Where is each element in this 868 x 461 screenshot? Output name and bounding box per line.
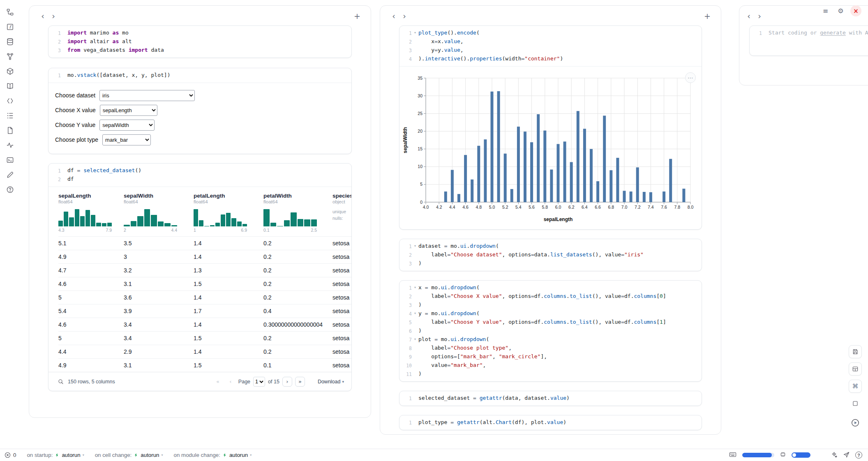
notebook-column-3: ‹ › 1Start coding or generate with AI: [739, 5, 868, 85]
dropdown-select[interactable]: mark_bar: [102, 134, 151, 145]
page-select[interactable]: 1: [253, 377, 265, 387]
code-editor[interactable]: 1df = selected_dataset()2df: [48, 164, 351, 187]
database-icon: [6, 38, 14, 46]
sidebar-item-help[interactable]: [4, 184, 16, 195]
code-editor-placeholder[interactable]: 1Start coding or generate with AI: [750, 26, 868, 55]
errors-indicator[interactable]: 0: [4, 452, 16, 459]
bar-chart[interactable]: 4.04.24.44.64.85.05.25.45.65.86.06.26.46…: [402, 71, 699, 224]
dropdown-select[interactable]: iris: [99, 90, 195, 101]
svg-text:5: 5: [420, 182, 422, 187]
table-row[interactable]: 4.42.91.40.2setosa: [58, 345, 351, 358]
chevron-down-icon: ▾: [342, 380, 344, 384]
table-row[interactable]: 4.73.21.30.2setosa: [58, 263, 351, 277]
add-cell-button[interactable]: +: [702, 11, 713, 21]
column-scroll-right-button[interactable]: ›: [399, 11, 410, 21]
chart-menu-button[interactable]: ⋯: [685, 72, 696, 83]
column-header-sepalWidth[interactable]: sepalWidthfloat6424.4: [124, 193, 194, 236]
cpu-usage-toggle[interactable]: [792, 452, 810, 458]
column-header-species[interactable]: speciesobjectuniquenulls:: [332, 193, 351, 236]
table-row[interactable]: 4.63.11.50.2setosa: [58, 277, 351, 290]
table-row[interactable]: 5.13.51.40.2setosa: [58, 236, 351, 250]
first-page-button[interactable]: «: [213, 377, 223, 387]
ai-assistant-button[interactable]: [831, 451, 838, 459]
column-header: ‹ › +: [37, 10, 362, 22]
play-icon: [851, 418, 860, 427]
dropdown-select[interactable]: sepalWidth: [99, 120, 155, 131]
runtime-setting-on-cell-change[interactable]: on cell change: autorun ▾: [95, 452, 163, 458]
menu-button[interactable]: ≡: [820, 5, 831, 16]
settings-button[interactable]: ⚙: [835, 5, 846, 16]
keyboard-shortcuts-button[interactable]: ⌘: [849, 380, 862, 393]
runtime-setting-on-startup[interactable]: on startup: autorun ▾: [27, 452, 84, 458]
table-row[interactable]: 4.93.11.50.1setosa: [58, 358, 351, 372]
download-button[interactable]: Download ▾: [318, 379, 344, 385]
svg-text:5.6: 5.6: [529, 205, 535, 210]
column-scroll-left-button[interactable]: ‹: [743, 11, 754, 21]
search-icon[interactable]: [58, 378, 64, 385]
code-editor[interactable]: 1▾x = mo.ui.dropdown(2 label="Choose X v…: [399, 281, 702, 381]
variables-icon: f: [6, 23, 14, 31]
minimap-button[interactable]: [849, 397, 862, 410]
code-editor[interactable]: 1plot_type = getattr(alt.Chart(df), plot…: [399, 415, 702, 430]
sidebar-item-packages[interactable]: [4, 66, 16, 77]
svg-text:6.4: 6.4: [582, 205, 588, 210]
ram-button[interactable]: [780, 451, 786, 459]
save-icon: [852, 348, 859, 355]
table-row[interactable]: 5.43.91.70.4setosa: [58, 304, 351, 318]
sidebar-item-variables[interactable]: f: [4, 21, 16, 32]
dropdown-select[interactable]: sepalLength: [100, 105, 157, 116]
table-row[interactable]: 53.61.40.2setosa: [58, 290, 351, 304]
feedback-button[interactable]: [843, 451, 850, 459]
sidebar-item-scratchpad[interactable]: [4, 169, 16, 180]
status-bar-right: ?: [729, 451, 862, 459]
column-scroll-right-button[interactable]: ›: [48, 11, 59, 21]
runtime-setting-on-module-change[interactable]: on module change: autorun ▾: [174, 452, 252, 458]
column-scroll-left-button[interactable]: ‹: [388, 11, 399, 21]
save-button[interactable]: [849, 345, 862, 358]
sidebar-item-logs[interactable]: [4, 110, 16, 121]
sidebar-item-dependencies[interactable]: [4, 51, 16, 62]
code-editor[interactable]: 1import marimo as mo2import altair as al…: [48, 26, 351, 58]
lightning-icon: [222, 452, 227, 458]
book-icon: [6, 82, 14, 90]
table-row[interactable]: 4.63.41.40.30000000000000004setosa: [58, 318, 351, 331]
sidebar-item-tracing[interactable]: [4, 140, 16, 151]
command-icon: ⌘: [852, 383, 859, 390]
table-row[interactable]: 4.931.40.2setosa: [58, 250, 351, 263]
add-cell-button[interactable]: +: [352, 11, 362, 21]
sidebar-item-outputs[interactable]: [4, 154, 16, 166]
cell-plot-type: 1plot_type = getattr(alt.Chart(df), plot…: [399, 415, 702, 430]
code-editor[interactable]: 1▾dataset = mo.ui.dropdown(2 label="Choo…: [399, 239, 702, 271]
code-editor[interactable]: 1mo.vstack([dataset, x, y, plot]): [48, 68, 351, 83]
column-header-sepalLength[interactable]: sepalLengthfloat644.37.9: [58, 193, 124, 236]
column-header-petalWidth[interactable]: petalWidthfloat640.12.5: [263, 193, 332, 236]
svg-text:35: 35: [418, 76, 422, 81]
package-icon: [6, 67, 14, 75]
sidebar-item-snippets[interactable]: [4, 95, 16, 106]
sidebar-item-file-explorer[interactable]: [4, 7, 16, 18]
code-editor[interactable]: 1selected_dataset = getattr(data, datase…: [399, 391, 702, 406]
sidebar-item-documentation[interactable]: [4, 81, 16, 92]
column-scroll-right-button[interactable]: ›: [754, 11, 765, 21]
sidebar-item-docs-file[interactable]: [4, 125, 16, 136]
prev-page-button[interactable]: ‹: [226, 377, 235, 387]
help-button[interactable]: ?: [855, 452, 862, 459]
last-page-button[interactable]: »: [295, 377, 305, 387]
layout-button[interactable]: [849, 362, 862, 376]
keyboard-shortcuts-button[interactable]: [729, 451, 737, 459]
sidebar-item-datasources[interactable]: [4, 36, 16, 47]
column-scroll-left-button[interactable]: ‹: [37, 11, 48, 21]
code-editor[interactable]: 1▾plot_type().encode(2 x=x.value,3 y=y.v…: [399, 26, 702, 67]
svg-text:4.0: 4.0: [423, 205, 429, 210]
run-all-button[interactable]: [848, 416, 862, 430]
circle-x-icon: [4, 452, 11, 459]
column-header-petalLength[interactable]: petalLengthfloat6416.9: [194, 193, 263, 236]
dropdown-label: Choose Y value: [55, 122, 95, 128]
shutdown-button[interactable]: ×: [850, 5, 861, 16]
dropdown-label: Choose X value: [55, 107, 96, 113]
table-row[interactable]: 53.41.50.2setosa: [58, 331, 351, 345]
next-page-button[interactable]: ›: [282, 377, 292, 387]
memory-usage-meter[interactable]: [742, 453, 774, 457]
toggle-knob: [792, 453, 796, 457]
table-summary: 150 rows, 5 columns: [68, 379, 115, 385]
